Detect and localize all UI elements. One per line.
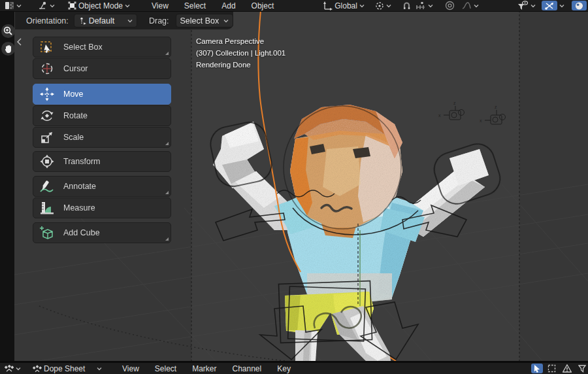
view-name-text: Camera Perspective — [196, 35, 286, 47]
tool-rotate[interactable]: Rotate — [33, 105, 171, 126]
svg-text:z: z — [453, 101, 456, 105]
add-cube-icon — [39, 226, 56, 240]
pivot-point-dropdown[interactable] — [372, 0, 395, 11]
chevron-down-icon — [125, 4, 130, 8]
falloff-curve-icon — [461, 1, 472, 10]
menu-view[interactable]: View — [144, 0, 176, 11]
menu-add[interactable]: Add — [214, 0, 243, 11]
tool-gizmo-menu-button[interactable] — [34, 0, 58, 11]
menu-select[interactable]: Select — [176, 0, 214, 11]
orientation-value: Global — [335, 1, 357, 10]
chevron-down-icon — [50, 4, 55, 8]
transform-orientation-dropdown[interactable]: Global — [319, 0, 368, 11]
svg-text:x: x — [438, 113, 441, 118]
show-hidden-toggle[interactable] — [546, 364, 558, 373]
snap-toggle[interactable] — [399, 0, 414, 11]
dopesheet-header: Dope Sheet View Select Marker Channel Ke… — [0, 363, 588, 374]
tool-measure[interactable]: Measure — [33, 197, 171, 218]
drag-select-value: Select Box — [180, 16, 220, 26]
tool-cursor[interactable]: Cursor — [33, 58, 171, 79]
move-icon — [39, 87, 56, 101]
show-gizmo-toggle[interactable] — [542, 1, 557, 10]
subtool-indicator — [165, 191, 169, 194]
dopesheet-dots-icon — [5, 365, 14, 373]
tool-select-box[interactable]: Select Box — [33, 37, 171, 58]
menu-object[interactable]: Object — [244, 0, 282, 11]
dope-menu-view[interactable]: View — [114, 363, 147, 374]
gizmo-icon — [544, 1, 555, 10]
warning-triangle-icon — [563, 364, 572, 373]
dashed-box-icon — [547, 364, 556, 373]
dopesheet-mode-dropdown[interactable]: Dope Sheet — [29, 363, 105, 374]
cursor-icon — [39, 61, 56, 76]
filter-channels-button[interactable] — [576, 364, 588, 373]
measure-icon — [39, 201, 56, 215]
chevron-down-icon — [474, 4, 479, 8]
scale-icon — [39, 130, 56, 144]
select-box-icon — [39, 40, 56, 54]
orientation-default-icon — [78, 17, 86, 25]
left-control-strip — [0, 11, 14, 362]
orientation-select[interactable]: Default — [74, 14, 137, 27]
strip-editor-icon-button[interactable] — [1, 363, 24, 374]
dopesheet-mode-label: Dope Sheet — [44, 364, 95, 373]
chevron-down-icon — [428, 4, 433, 8]
only-selected-toggle[interactable] — [531, 364, 543, 373]
drag-field-label: Drag: — [149, 16, 169, 26]
chevron-down-icon — [531, 4, 536, 8]
dope-menu-marker[interactable]: Marker — [184, 363, 224, 374]
falloff-dropdown[interactable] — [458, 0, 482, 11]
drag-select[interactable]: Select Box — [176, 14, 233, 27]
chevron-down-icon — [16, 4, 22, 8]
cursor-arrow-icon — [533, 364, 541, 373]
subtool-indicator — [165, 142, 169, 145]
collapse-chevron-icon[interactable] — [17, 38, 22, 46]
mode-dropdown[interactable]: Object Mode — [65, 0, 133, 11]
gizmo-settings-dropdown[interactable] — [557, 0, 566, 11]
subtool-indicator — [165, 237, 169, 241]
overlays-sphere-icon — [574, 1, 584, 10]
annotate-icon — [39, 179, 56, 194]
show-errors-toggle[interactable] — [561, 364, 574, 373]
hand-icon — [4, 44, 13, 54]
chevron-down-icon — [559, 4, 564, 8]
filter-funnel-eye-icon — [517, 1, 529, 10]
show-overlays-toggle[interactable] — [572, 1, 587, 10]
gizmo-axis-icon — [37, 1, 48, 10]
chevron-down-icon — [386, 4, 391, 8]
subtool-indicator — [165, 52, 169, 55]
mode-label: Object Mode — [78, 1, 123, 10]
orientation-select-value: Default — [89, 16, 115, 26]
zoom-control-button[interactable] — [1, 24, 15, 38]
chevron-down-icon — [359, 4, 365, 8]
pan-control-button[interactable] — [1, 42, 15, 56]
chevron-down-icon — [97, 367, 102, 371]
dope-menu-select[interactable]: Select — [147, 363, 184, 374]
dope-menu-channel[interactable]: Channel — [225, 363, 270, 374]
chevron-down-icon — [16, 367, 21, 371]
viewport-header: Object Mode View Select Add Object Globa… — [0, 0, 588, 12]
transform-icon — [39, 154, 56, 169]
tool-scale[interactable]: Scale — [33, 127, 171, 148]
snap-settings-dropdown[interactable] — [414, 0, 436, 11]
editor-type-button[interactable] — [1, 0, 25, 11]
proportional-editing-toggle[interactable] — [442, 0, 458, 11]
tool-annotate[interactable]: Annotate — [33, 176, 171, 197]
tool-add-cube[interactable]: Add Cube — [33, 222, 171, 243]
snap-increment-icon — [415, 1, 426, 10]
orientation-field-label: Orientation: — [26, 16, 69, 26]
blender-app: { "app": { "accent_color": "#4772b3", "s… — [0, 0, 588, 374]
dopesheet-mode-icon — [33, 365, 42, 373]
chevron-down-icon — [223, 19, 229, 23]
tool-move[interactable]: Move — [33, 84, 171, 105]
svg-text:z: z — [495, 105, 497, 109]
svg-text:x: x — [480, 118, 482, 123]
editor-type-icon — [5, 1, 14, 10]
dope-menu-key[interactable]: Key — [269, 363, 299, 374]
magnifier-plus-icon — [3, 26, 13, 36]
filter-funnel-icon — [578, 364, 586, 373]
viewport-overlay-text: Camera Perspective (307) Collection | Li… — [196, 35, 286, 71]
show-object-types-dropdown[interactable] — [514, 0, 539, 11]
tool-transform[interactable]: Transform — [33, 151, 171, 172]
render-status-text: Rendering Done — [196, 59, 286, 71]
